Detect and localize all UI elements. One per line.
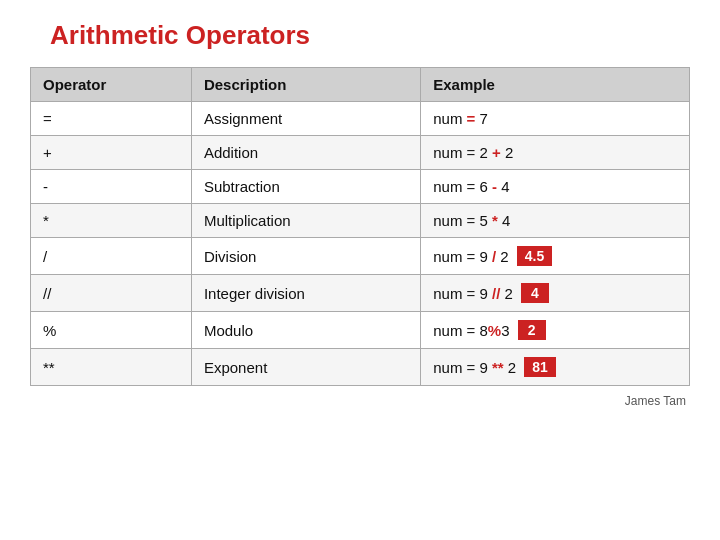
table-header-row: Operator Description Example	[31, 68, 690, 102]
cell-description: Integer division	[191, 275, 420, 312]
cell-operator: +	[31, 136, 192, 170]
cell-description: Division	[191, 238, 420, 275]
cell-description: Modulo	[191, 312, 420, 349]
example-op: %	[488, 322, 501, 339]
cell-example: num = 6 - 4	[421, 170, 690, 204]
col-header-operator: Operator	[31, 68, 192, 102]
cell-operator: *	[31, 204, 192, 238]
result-badge: 4	[521, 283, 549, 303]
cell-example: num = 9 // 24	[421, 275, 690, 312]
example-op: //	[492, 285, 500, 302]
cell-example: num = 2 + 2	[421, 136, 690, 170]
example-text: num = 7	[433, 110, 488, 127]
cell-description: Addition	[191, 136, 420, 170]
result-badge: 81	[524, 357, 556, 377]
example-text: num = 9 ** 2	[433, 359, 516, 376]
table-row: //Integer divisionnum = 9 // 24	[31, 275, 690, 312]
example-op: -	[492, 178, 497, 195]
cell-example: num = 5 * 4	[421, 204, 690, 238]
cell-description: Exponent	[191, 349, 420, 386]
cell-example: num = 9 / 24.5	[421, 238, 690, 275]
cell-example: num = 9 ** 281	[421, 349, 690, 386]
table-row: /Divisionnum = 9 / 24.5	[31, 238, 690, 275]
table-row: -Subtractionnum = 6 - 4	[31, 170, 690, 204]
table-row: %Modulonum = 8%32	[31, 312, 690, 349]
cell-operator: /	[31, 238, 192, 275]
col-header-example: Example	[421, 68, 690, 102]
example-op: +	[492, 144, 501, 161]
example-text: num = 6 - 4	[433, 178, 509, 195]
result-badge: 4.5	[517, 246, 552, 266]
table-row: =Assignmentnum = 7	[31, 102, 690, 136]
footer-credit: James Tam	[625, 394, 686, 408]
table-row: **Exponentnum = 9 ** 281	[31, 349, 690, 386]
cell-example: num = 8%32	[421, 312, 690, 349]
col-header-description: Description	[191, 68, 420, 102]
cell-example: num = 7	[421, 102, 690, 136]
cell-operator: =	[31, 102, 192, 136]
cell-description: Subtraction	[191, 170, 420, 204]
example-op: /	[492, 248, 496, 265]
cell-operator: **	[31, 349, 192, 386]
page-title: Arithmetic Operators	[50, 20, 310, 51]
operators-table: Operator Description Example =Assignment…	[30, 67, 690, 386]
cell-description: Assignment	[191, 102, 420, 136]
cell-description: Multiplication	[191, 204, 420, 238]
title-highlight: Operators	[186, 20, 310, 50]
title-prefix: Arithmetic	[50, 20, 186, 50]
example-text: num = 5 * 4	[433, 212, 510, 229]
cell-operator: //	[31, 275, 192, 312]
example-text: num = 9 / 2	[433, 248, 508, 265]
example-op: =	[467, 110, 476, 127]
cell-operator: %	[31, 312, 192, 349]
example-op: *	[492, 212, 498, 229]
table-row: *Multiplicationnum = 5 * 4	[31, 204, 690, 238]
example-op: **	[492, 359, 504, 376]
example-text: num = 8%3	[433, 322, 509, 339]
table-row: +Additionnum = 2 + 2	[31, 136, 690, 170]
example-text: num = 9 // 2	[433, 285, 513, 302]
example-text: num = 2 + 2	[433, 144, 513, 161]
cell-operator: -	[31, 170, 192, 204]
result-badge: 2	[518, 320, 546, 340]
